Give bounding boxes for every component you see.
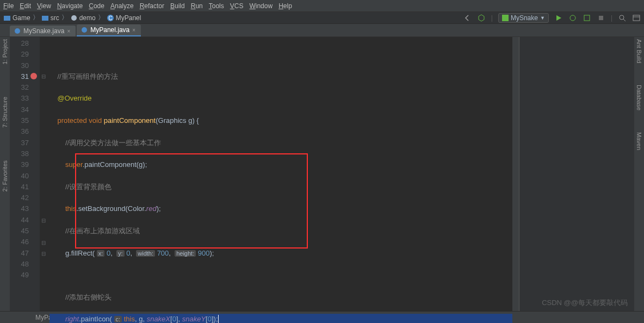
method: paintIcon [81, 315, 110, 323]
menu-build[interactable]: Build [170, 2, 185, 10]
kw: this [124, 315, 135, 323]
tool-ant[interactable]: Ant Build [636, 39, 642, 63]
svg-rect-8 [584, 15, 590, 21]
run-config-name: MySnake [511, 14, 538, 22]
crumb-class[interactable]: C MyPanel [107, 14, 141, 22]
num: 900 [198, 249, 210, 257]
kw: protected [57, 116, 86, 125]
menu-edit[interactable]: Edit [20, 2, 31, 10]
build-icon[interactable] [477, 14, 486, 22]
comment: //设置背景颜色 [65, 183, 112, 191]
menu-analyze[interactable]: Analyze [110, 2, 134, 10]
line-number[interactable]: 45 [10, 226, 29, 237]
tool-maven[interactable]: Maven [636, 132, 642, 150]
line-number[interactable]: 41 [10, 182, 29, 192]
comment: //调用父类方法做一些基本工作 [65, 139, 161, 147]
gutter[interactable]: 28 29 30 31 32 33 34 35 36 37 38 39 40 4… [10, 37, 40, 311]
coverage-button[interactable] [583, 14, 591, 22]
menu-file[interactable]: File [3, 2, 14, 10]
close-icon[interactable]: × [67, 28, 70, 34]
tool-database[interactable]: Database [636, 85, 642, 110]
num: 0 [208, 315, 212, 323]
svg-rect-1 [42, 16, 48, 21]
toolbar-right: | MySnake ▼ | [463, 13, 641, 23]
menu-code[interactable]: Code [89, 2, 104, 10]
crumb-sep: 〉 [33, 13, 39, 22]
main-menubar: File Edit View Navigate Code Analyze Ref… [0, 0, 644, 12]
fold-icon[interactable]: ⊟ [41, 71, 46, 82]
line-number[interactable]: 39 [10, 159, 29, 170]
line-number[interactable]: 47 [10, 248, 29, 259]
comment: //在画布上添加游戏区域 [65, 227, 140, 235]
line-number[interactable]: 42 [10, 192, 29, 203]
crumb-label: Game [13, 14, 30, 22]
line-number[interactable]: 46 [10, 237, 29, 247]
method: paintComponent [104, 116, 156, 125]
line-number[interactable]: 32 [10, 82, 29, 93]
num: 0 [126, 249, 130, 257]
tab-mypanel[interactable]: MyPanel.java × [77, 24, 141, 36]
svg-rect-12 [633, 15, 640, 21]
menu-vcs[interactable]: VCS [230, 2, 244, 10]
tool-project[interactable]: 1: Project [2, 39, 8, 64]
chevron-down-icon: ▼ [540, 15, 545, 21]
code-area[interactable]: //重写画组件的方法 @Override protected void pain… [40, 37, 512, 311]
svg-text:C: C [108, 15, 112, 21]
line-number[interactable]: 49 [10, 270, 29, 281]
menu-tools[interactable]: Tools [209, 2, 224, 10]
debug-button[interactable] [568, 14, 577, 22]
tool-favorites[interactable]: 2: Favorites [2, 160, 8, 191]
crumb-src[interactable]: src [41, 14, 59, 22]
line-number[interactable]: 30 [10, 60, 29, 71]
svg-point-14 [15, 28, 20, 34]
fold-icon[interactable]: ⊟ [41, 215, 46, 226]
type: Color [128, 204, 144, 213]
line-number[interactable]: 44 [10, 215, 29, 226]
close-icon[interactable]: × [132, 27, 135, 33]
fold-icon[interactable]: ⊟ [41, 238, 46, 249]
run-config-selector[interactable]: MySnake ▼ [498, 13, 549, 23]
line-number[interactable]: 36 [10, 126, 29, 137]
menu-view[interactable]: View [37, 2, 51, 10]
scrollbar[interactable] [512, 37, 519, 311]
fold-icon[interactable]: ⊟ [41, 249, 46, 259]
line-number[interactable]: 31 [10, 71, 29, 82]
line-number[interactable]: 34 [10, 104, 29, 115]
app-icon [502, 15, 509, 21]
kw: this [65, 204, 76, 213]
line-number[interactable]: 40 [10, 171, 29, 182]
line-number[interactable]: 48 [10, 259, 29, 270]
menu-refactor[interactable]: Refactor [140, 2, 164, 10]
search-icon[interactable] [618, 14, 627, 22]
line-number[interactable]: 38 [10, 148, 29, 159]
field: right [65, 315, 79, 323]
sidebar-toggle-icon[interactable] [632, 14, 641, 22]
line-number[interactable]: 35 [10, 115, 29, 126]
tab-mysnake[interactable]: MySnake.java × [10, 26, 76, 36]
line-number[interactable]: 43 [10, 203, 29, 214]
nav-back-icon[interactable] [463, 14, 472, 22]
run-button[interactable] [554, 14, 563, 22]
line-number[interactable]: 37 [10, 138, 29, 148]
crumb-project[interactable]: Game [3, 14, 30, 22]
hint: y: [116, 250, 125, 257]
num: 700 [157, 249, 169, 257]
current-line: right.paintIcon( c: this, g, snakeX[0], … [49, 314, 512, 323]
line-number[interactable]: 33 [10, 93, 29, 104]
menu-run[interactable]: Run [191, 2, 203, 10]
line-number[interactable]: 29 [10, 49, 29, 60]
code-editor[interactable]: 28 29 30 31 32 33 34 35 36 37 38 39 40 4… [10, 37, 512, 311]
crumb-sep: 〉 [61, 13, 68, 22]
caret [218, 315, 219, 323]
method: fillRect [71, 249, 92, 257]
menu-window[interactable]: Window [249, 2, 273, 10]
stop-button[interactable] [597, 14, 605, 22]
line-number[interactable]: 28 [10, 38, 29, 49]
menu-navigate[interactable]: Navigate [57, 2, 83, 10]
menu-help[interactable]: Help [278, 2, 292, 10]
right-pane [519, 37, 634, 311]
crumb-pkg[interactable]: demo [70, 14, 96, 22]
right-stripe: Ant Build Database Maven [634, 37, 644, 311]
tool-structure[interactable]: 7: Structure [2, 97, 8, 128]
svg-marker-6 [556, 15, 561, 21]
